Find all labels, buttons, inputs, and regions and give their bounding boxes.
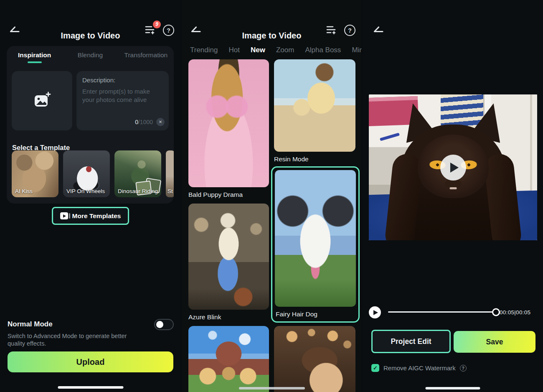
upload-button[interactable]: Upload — [8, 351, 173, 372]
queue-badge: 9 — [153, 20, 161, 28]
watermark-row: ✓ Remove AIGC Watermark ? — [371, 364, 467, 372]
template-dinosaur-riding[interactable]: Dinosaur Riding — [114, 150, 161, 197]
panel-template-browser: Image to Video ? Trending Hot New Zoom A… — [181, 0, 362, 392]
card-image — [188, 204, 269, 310]
tab-zoom[interactable]: Zoom — [276, 46, 294, 54]
tab-trending[interactable]: Trending — [190, 46, 218, 54]
mode-title: Normal Mode — [8, 320, 174, 328]
template-strip: AI Kiss VIP On Wheels Dinosaur Riding St — [12, 150, 174, 198]
prompt-label: Description: — [82, 76, 163, 84]
card-azure-blink[interactable]: Azure Blink — [188, 204, 269, 321]
play-button[interactable] — [369, 306, 381, 318]
progress-slider[interactable] — [388, 311, 497, 313]
create-tabs: Inspiration Blending Transformation — [7, 46, 174, 69]
home-indicator[interactable] — [58, 386, 123, 389]
card-image — [275, 170, 356, 307]
add-image-icon — [33, 92, 51, 110]
home-indicator[interactable] — [426, 387, 480, 389]
home-indicator[interactable] — [239, 387, 305, 389]
watermark-label: Remove AIGC Watermark — [383, 364, 456, 372]
input-row: Description: Enter prompt(s) to make you… — [12, 71, 169, 130]
task-queue-icon[interactable] — [325, 24, 338, 36]
tab-blending[interactable]: Blending — [62, 51, 118, 63]
tab-new[interactable]: New — [251, 46, 265, 54]
topbar-browser: Image to Video ? — [181, 21, 362, 39]
prompt-input[interactable]: Description: Enter prompt(s) to make you… — [76, 71, 169, 130]
template-vip-on-wheels[interactable]: VIP On Wheels — [63, 150, 110, 197]
char-counter: 0/1000 × — [135, 118, 165, 126]
template-partial[interactable]: St — [166, 150, 174, 197]
panel-create: Image to Video 9 ? Inspiration Blending … — [0, 0, 181, 392]
card-image — [188, 59, 269, 187]
create-card: Inspiration Blending Transformation — [7, 46, 174, 204]
card-image — [274, 59, 355, 152]
task-queue-icon[interactable]: 9 — [144, 24, 157, 36]
project-edit-button[interactable]: Project Edit — [371, 330, 451, 353]
back-icon[interactable] — [372, 25, 385, 35]
slider-knob[interactable] — [492, 308, 500, 316]
advanced-mode-toggle[interactable] — [154, 319, 174, 330]
video-preview[interactable] — [369, 94, 537, 240]
watermark-help-icon[interactable]: ? — [460, 365, 467, 372]
mode-section: Normal Mode Switch to Advanced Mode to g… — [8, 320, 174, 347]
play-badge-icon — [60, 212, 68, 219]
tab-inspiration[interactable]: Inspiration — [7, 51, 62, 63]
play-overlay-icon[interactable] — [440, 155, 466, 181]
tab-transformation[interactable]: Transformation — [118, 51, 174, 63]
save-button[interactable]: Save — [454, 331, 535, 353]
clear-prompt-icon[interactable]: × — [156, 118, 165, 126]
topbar-create: Image to Video 9 ? — [0, 21, 181, 39]
tab-hot[interactable]: Hot — [228, 46, 239, 54]
card-unlabeled[interactable] — [188, 326, 269, 392]
card-unlabeled[interactable] — [274, 326, 355, 392]
panel-result-preview: 00:05|00:05 Project Edit Save ✓ Remove A… — [362, 0, 543, 392]
help-icon[interactable]: ? — [344, 25, 355, 36]
card-image — [188, 326, 269, 392]
time-display: 00:05|00:05 — [500, 309, 530, 316]
more-templates-button[interactable]: More Templates — [52, 207, 129, 225]
template-ai-kiss[interactable]: AI Kiss — [12, 150, 58, 197]
tab-partial[interactable]: Min — [352, 46, 362, 54]
topbar-preview — [362, 21, 543, 39]
cat-mouth — [449, 187, 457, 189]
category-tabs: Trending Hot New Zoom Alpha Boss Min — [190, 44, 362, 56]
card-resin-mode[interactable]: Resin Mode — [274, 59, 355, 163]
help-icon[interactable]: ? — [163, 25, 174, 36]
prompt-placeholder: Enter prompt(s) to make your photos come… — [82, 87, 162, 104]
toggle-knob — [156, 321, 163, 328]
mode-description: Switch to Advanced Mode to generate bett… — [8, 332, 145, 347]
tab-alpha-boss[interactable]: Alpha Boss — [305, 46, 341, 54]
card-image — [274, 326, 355, 392]
app-screen: Image to Video 9 ? Inspiration Blending … — [0, 0, 543, 392]
image-upload-box[interactable] — [12, 71, 72, 130]
watermark-checkbox[interactable]: ✓ — [371, 364, 379, 372]
card-bald-puppy-drama[interactable]: Bald Puppy Drama — [188, 59, 269, 199]
card-fairy-hair-dog-selected[interactable]: Fairy Hair Dog — [271, 166, 360, 323]
